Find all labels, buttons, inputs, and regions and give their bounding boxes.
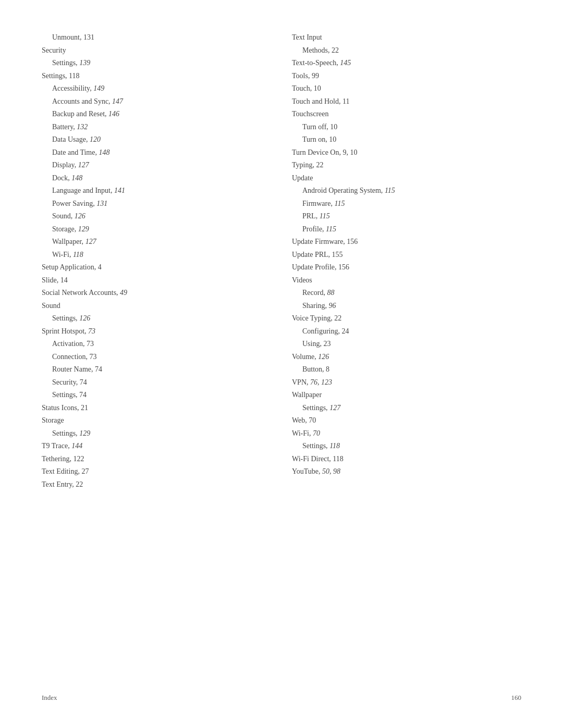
index-content: Unmount, 131SecuritySettings, 139Setting… bbox=[42, 31, 521, 491]
index-entry: Social Network Accounts, 49 bbox=[42, 287, 271, 300]
index-entry: Settings, 118 bbox=[42, 70, 271, 83]
page-container: Unmount, 131SecuritySettings, 139Setting… bbox=[0, 0, 563, 728]
index-entry: Power Saving, 131 bbox=[42, 198, 271, 211]
index-entry: Touch and Hold, 11 bbox=[292, 95, 521, 108]
index-entry: Security, 74 bbox=[42, 376, 271, 389]
index-entry: Wi-Fi Direct, 118 bbox=[292, 453, 521, 466]
index-entry: Dock, 148 bbox=[42, 172, 271, 185]
index-entry: Text-to-Speech, 145 bbox=[292, 57, 521, 70]
index-entry: Battery, 132 bbox=[42, 121, 271, 134]
index-entry: Touchscreen bbox=[292, 108, 521, 121]
index-entry: YouTube, 50, 98 bbox=[292, 465, 521, 478]
index-entry: Settings, 129 bbox=[42, 427, 271, 440]
index-entry: Status Icons, 21 bbox=[42, 402, 271, 415]
index-entry: Tools, 99 bbox=[292, 70, 521, 83]
index-entry: Record, 88 bbox=[292, 287, 521, 300]
index-entry: Settings, 126 bbox=[42, 312, 271, 325]
index-entry: Text Editing, 27 bbox=[42, 465, 271, 478]
index-entry: Configuring, 24 bbox=[292, 325, 521, 338]
index-entry: Accessibility, 149 bbox=[42, 82, 271, 95]
left-column: Unmount, 131SecuritySettings, 139Setting… bbox=[42, 31, 271, 491]
page-footer: Index 160 bbox=[42, 694, 521, 702]
index-entry: Security bbox=[42, 44, 271, 57]
index-entry: Backup and Reset, 146 bbox=[42, 108, 271, 121]
index-entry: Accounts and Sync, 147 bbox=[42, 95, 271, 108]
index-entry: Language and Input, 141 bbox=[42, 184, 271, 198]
index-entry: Wallpaper, 127 bbox=[42, 236, 271, 249]
index-entry: Wi-Fi, 118 bbox=[42, 249, 271, 262]
index-entry: Profile, 115 bbox=[292, 223, 521, 236]
index-entry: Typing, 22 bbox=[292, 159, 521, 172]
index-entry: Data Usage, 120 bbox=[42, 133, 271, 146]
index-entry: T9 Trace, 144 bbox=[42, 440, 271, 453]
index-entry: Router Name, 74 bbox=[42, 363, 271, 376]
index-entry: Voice Typing, 22 bbox=[292, 312, 521, 325]
index-entry: Settings, 139 bbox=[42, 57, 271, 70]
index-entry: Settings, 118 bbox=[292, 440, 521, 453]
index-entry: Update PRL, 155 bbox=[292, 249, 521, 262]
index-entry: Sound bbox=[42, 300, 271, 313]
index-entry: Firmware, 115 bbox=[292, 198, 521, 211]
index-entry: Sprint Hotspot, 73 bbox=[42, 325, 271, 338]
index-entry: PRL, 115 bbox=[292, 210, 521, 223]
index-entry: Sharing, 96 bbox=[292, 300, 521, 313]
index-entry: Methods, 22 bbox=[292, 44, 521, 57]
index-entry: Settings, 74 bbox=[42, 389, 271, 402]
index-entry: Slide, 14 bbox=[42, 274, 271, 287]
index-entry: Web, 70 bbox=[292, 414, 521, 427]
index-entry: Button, 8 bbox=[292, 363, 521, 376]
page-number: 160 bbox=[511, 694, 522, 702]
index-entry: Sound, 126 bbox=[42, 210, 271, 223]
index-entry: Connection, 73 bbox=[42, 351, 271, 364]
index-entry: Setup Application, 4 bbox=[42, 261, 271, 274]
index-entry: VPN, 76, 123 bbox=[292, 376, 521, 389]
index-entry: Tethering, 122 bbox=[42, 453, 271, 466]
index-entry: Update Firmware, 156 bbox=[292, 236, 521, 249]
index-entry: Wi-Fi, 70 bbox=[292, 427, 521, 440]
index-entry: Text Entry, 22 bbox=[42, 478, 271, 491]
index-entry: Settings, 127 bbox=[292, 402, 521, 415]
index-entry: Update Profile, 156 bbox=[292, 261, 521, 274]
index-entry: Update bbox=[292, 172, 521, 185]
right-column: Text InputMethods, 22Text-to-Speech, 145… bbox=[292, 31, 521, 491]
index-entry: Turn Device On, 9, 10 bbox=[292, 146, 521, 159]
index-entry: Turn on, 10 bbox=[292, 133, 521, 146]
footer-label: Index bbox=[42, 694, 57, 702]
index-entry: Display, 127 bbox=[42, 159, 271, 172]
index-entry: Turn off, 10 bbox=[292, 121, 521, 134]
index-entry: Storage, 129 bbox=[42, 223, 271, 236]
index-entry: Date and Time, 148 bbox=[42, 146, 271, 159]
index-entry: Activation, 73 bbox=[42, 338, 271, 351]
index-entry: Volume, 126 bbox=[292, 351, 521, 364]
index-entry: Videos bbox=[292, 274, 521, 287]
index-entry: Storage bbox=[42, 414, 271, 427]
index-entry: Android Operating System, 115 bbox=[292, 184, 521, 198]
index-entry: Using, 23 bbox=[292, 338, 521, 351]
index-entry: Touch, 10 bbox=[292, 82, 521, 95]
index-entry: Text Input bbox=[292, 31, 521, 44]
index-entry: Wallpaper bbox=[292, 389, 521, 402]
index-entry: Unmount, 131 bbox=[42, 31, 271, 44]
